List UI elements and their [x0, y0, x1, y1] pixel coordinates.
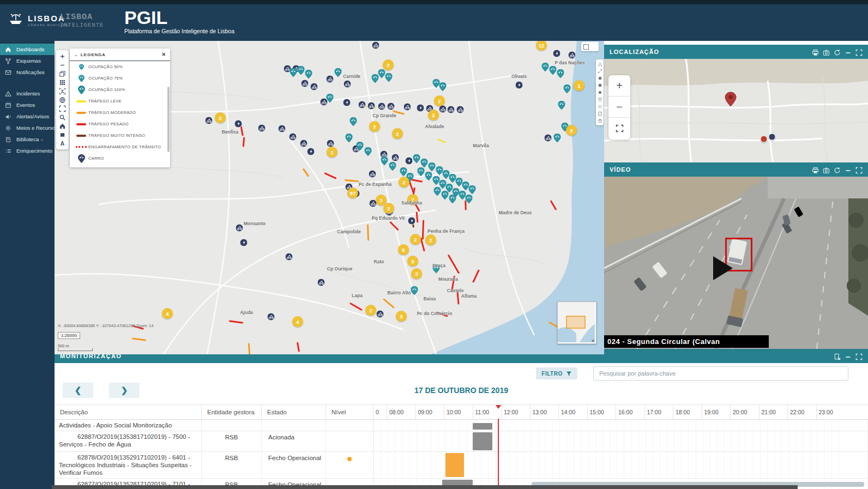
occupancy-pin-marker[interactable]	[378, 69, 385, 80]
occupancy-pin-marker[interactable]	[305, 70, 312, 81]
bike-station-marker[interactable]	[439, 105, 447, 116]
occupancy-pin-marker[interactable]	[434, 187, 441, 198]
cluster-marker[interactable]: 1	[574, 80, 584, 91]
export-icon[interactable]	[834, 353, 841, 360]
blob-icon[interactable]	[596, 103, 604, 110]
edit-icon[interactable]	[596, 110, 604, 117]
cluster-marker[interactable]: 2	[425, 234, 436, 245]
fullscreen-icon[interactable]	[56, 104, 69, 113]
cluster-marker[interactable]: 4	[292, 316, 303, 327]
occupancy-pin-marker[interactable]	[372, 74, 379, 85]
bike-station-marker[interactable]	[369, 170, 377, 180]
legend-scrollbar[interactable]	[167, 87, 170, 152]
occupancy-pin-marker[interactable]	[418, 167, 425, 178]
occupancy-pin-marker[interactable]	[550, 66, 557, 77]
bike-station-marker[interactable]	[310, 83, 318, 93]
occupancy-pin-marker[interactable]	[466, 195, 473, 206]
cluster-marker[interactable]: 2	[369, 121, 380, 132]
marker-icon[interactable]	[596, 96, 604, 103]
print-icon[interactable]	[812, 166, 819, 173]
bike-station-marker[interactable]	[326, 75, 334, 86]
bike-station-marker[interactable]	[317, 279, 326, 289]
zoom-out-button[interactable]: −	[608, 96, 630, 118]
rectangle-icon[interactable]	[56, 130, 69, 139]
bike-station-marker[interactable]	[456, 106, 465, 116]
polygon-icon[interactable]	[596, 75, 604, 82]
bike-station-marker[interactable]	[267, 313, 275, 323]
occupancy-pin-marker[interactable]	[564, 84, 571, 95]
occupancy-pin-marker[interactable]	[557, 69, 564, 80]
occupancy-pin-marker[interactable]	[542, 63, 549, 74]
cluster-marker[interactable]: 87	[347, 188, 358, 198]
bike-station-marker[interactable]	[358, 101, 366, 111]
city-map[interactable]: 12212222222287372225334423 CarnideOlivai…	[55, 41, 604, 354]
search-icon[interactable]	[56, 113, 69, 122]
occupancy-pin-marker[interactable]	[449, 195, 456, 206]
bike-station-marker[interactable]	[403, 103, 412, 113]
font-icon[interactable]: A	[56, 139, 69, 148]
cluster-marker[interactable]: 2	[428, 110, 439, 120]
bike-station-marker[interactable]	[447, 106, 455, 116]
occupancy-pin-marker[interactable]	[425, 172, 432, 183]
occupancy-pin-marker[interactable]	[335, 68, 342, 79]
minimize-icon[interactable]	[845, 353, 852, 360]
refresh-icon[interactable]	[834, 166, 841, 173]
map-collapsed-control[interactable]	[581, 42, 599, 51]
ev-charging-marker[interactable]	[234, 120, 243, 130]
close-icon[interactable]: ✕	[591, 339, 595, 343]
occupancy-pin-marker[interactable]	[327, 94, 334, 105]
occupancy-pin-marker[interactable]	[554, 134, 561, 144]
minimize-icon[interactable]	[845, 166, 852, 173]
zoom-in-icon[interactable]	[56, 52, 69, 61]
cluster-marker[interactable]: 2	[327, 147, 337, 158]
chevron-down-icon[interactable]: ⌄	[74, 52, 78, 57]
table-row[interactable]: 62887/O/2019(1353817102019) - 7500 - Ser…	[55, 431, 868, 452]
cluster-marker[interactable]: 4	[162, 308, 173, 319]
occupancy-pin-marker[interactable]	[350, 117, 357, 128]
location-pin-icon[interactable]	[725, 92, 737, 109]
sidebar-item-esquemas[interactable]: Esquemas	[0, 55, 55, 67]
bike-station-marker[interactable]	[289, 133, 297, 143]
video-frame[interactable]: 024 - Segunda Circular (Calvan	[604, 177, 868, 349]
occupancy-pin-marker[interactable]	[442, 191, 449, 202]
sidebar-item-meios-e-recursos[interactable]: Meios e Recursos	[0, 122, 55, 134]
sidebar-item-notifica-es[interactable]: Notificações	[0, 67, 55, 78]
scissors-icon[interactable]	[596, 61, 604, 68]
bike-station-marker[interactable]	[378, 102, 386, 113]
horizontal-scrollbar[interactable]	[52, 485, 798, 489]
camera-icon[interactable]	[823, 49, 830, 56]
occupancy-pin-marker[interactable]	[381, 156, 388, 167]
camera-icon[interactable]	[823, 166, 830, 173]
sidebar-item-alertas-avisos[interactable]: Alertas/Avisos	[0, 111, 55, 122]
occupancy-pin-marker[interactable]	[411, 286, 418, 297]
play-icon[interactable]	[713, 256, 733, 280]
cluster-marker[interactable]: 5	[398, 244, 409, 255]
filter-button[interactable]: FILTRO	[536, 367, 577, 379]
bike-station-marker[interactable]	[376, 310, 384, 321]
trash-icon[interactable]	[596, 117, 604, 124]
occupancy-pin-marker[interactable]	[357, 142, 364, 153]
bike-station-marker[interactable]	[236, 224, 244, 234]
ev-charging-marker[interactable]	[417, 104, 425, 114]
cluster-marker[interactable]: 2	[566, 125, 577, 136]
expand-icon[interactable]	[855, 166, 863, 173]
occupancy-pin-marker[interactable]	[558, 101, 565, 112]
occupancy-pin-marker[interactable]	[346, 134, 353, 144]
bike-station-marker[interactable]	[343, 80, 352, 90]
cluster-marker[interactable]: 3	[411, 268, 422, 279]
sidebar-item-incidentes[interactable]: Incidentes	[0, 88, 55, 99]
cluster-marker[interactable]: 2	[399, 177, 409, 188]
ev-charging-marker[interactable]	[553, 50, 561, 60]
occupancy-pin-marker[interactable]	[365, 147, 372, 158]
ev-charging-marker[interactable]	[307, 148, 315, 158]
incident-marker[interactable]	[761, 136, 768, 143]
square-icon[interactable]	[596, 82, 604, 89]
bike-station-marker[interactable]	[285, 253, 293, 263]
occupancy-pin-marker[interactable]	[298, 66, 305, 77]
occupancy-pin-marker[interactable]	[413, 154, 420, 165]
cluster-marker[interactable]: 3	[407, 256, 418, 267]
resource-marker[interactable]	[769, 134, 776, 141]
bike-station-marker[interactable]	[387, 102, 395, 113]
cluster-marker[interactable]: 2	[365, 305, 376, 316]
cluster-marker[interactable]: 2	[215, 112, 226, 123]
